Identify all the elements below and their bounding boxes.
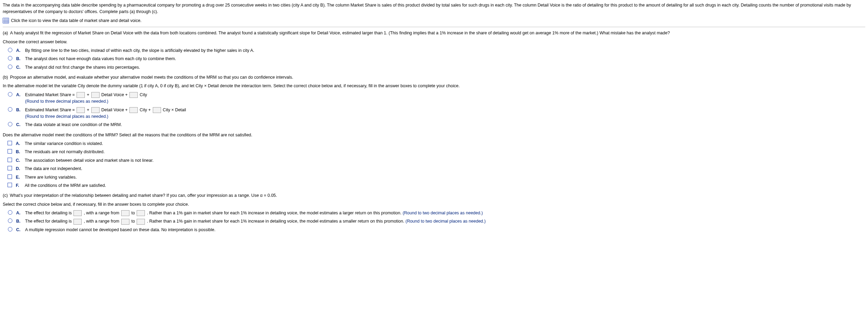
problem-intro: The data in the accompanying data table …	[3, 2, 865, 15]
part-a-question: A hasty analyst fit the regression of Ma…	[10, 30, 670, 36]
check-mrm-D[interactable]	[8, 166, 12, 170]
round-note: (Round to three decimal places as needed…	[25, 114, 108, 119]
answer-box[interactable]	[77, 92, 85, 98]
answer-box[interactable]	[73, 219, 82, 225]
eq-text: +	[87, 108, 91, 112]
choice-letter: C.	[16, 122, 22, 128]
choice-letter: F.	[16, 182, 22, 189]
icon-caption: Click the icon to view the data table of…	[11, 18, 141, 24]
choice-letter: A.	[16, 47, 22, 54]
answer-box[interactable]	[137, 219, 145, 225]
radio-b-A[interactable]	[8, 92, 12, 97]
radio-c-C[interactable]	[8, 227, 12, 232]
radio-a-A[interactable]	[8, 48, 12, 52]
check-mrm-E[interactable]	[8, 174, 12, 179]
eq-prefix: Estimated Market Share =	[25, 108, 75, 112]
choice-text: A multiple regression model cannot be de…	[25, 227, 865, 233]
choice-letter: B.	[16, 149, 22, 155]
choice-text: The association between detail voice and…	[25, 157, 865, 164]
choice-letter: B.	[16, 107, 22, 113]
check-mrm-F[interactable]	[8, 183, 12, 187]
check-mrm-C[interactable]	[8, 158, 12, 162]
radio-c-A[interactable]	[8, 210, 12, 215]
part-a-label: (a)	[3, 30, 8, 36]
radio-b-B[interactable]	[8, 107, 12, 112]
choice-letter: D.	[16, 166, 22, 172]
round-note: (Round to two decimal places as needed.)	[403, 211, 483, 215]
eq-text: to	[131, 211, 136, 215]
round-note: (Round to three decimal places as needed…	[25, 99, 108, 104]
divider	[3, 27, 865, 27]
eq-text: The effect for detailing is	[25, 211, 73, 215]
part-b-question: Propose an alternative model, and evalua…	[10, 74, 293, 81]
choice-letter: C.	[16, 64, 22, 71]
part-a-prompt: Choose the correct answer below.	[3, 39, 865, 45]
eq-text: +	[87, 92, 91, 97]
part-b-label: (b)	[3, 74, 8, 81]
part-c-prompt: Select the correct choice below and, if …	[3, 201, 865, 208]
eq-text: City × Detail	[163, 108, 186, 112]
eq-text: . Rather than a 1% gain in market share …	[147, 219, 406, 224]
choice-text: By fitting one line to the two cities, i…	[25, 47, 865, 54]
answer-box[interactable]	[137, 210, 145, 216]
answer-box[interactable]	[91, 107, 100, 113]
part-a-choices: A. By fitting one line to the two cities…	[3, 47, 865, 71]
eq-text: Detail Voice +	[101, 108, 129, 112]
check-mrm-A[interactable]	[8, 141, 12, 145]
intro-text: The data in the accompanying data table …	[3, 3, 851, 14]
eq-text: , with a range from	[84, 211, 121, 215]
eq-text: to	[131, 219, 136, 224]
answer-box[interactable]	[129, 107, 138, 113]
eq-text: City	[140, 92, 147, 97]
choice-letter: B.	[16, 56, 22, 62]
eq-text: , with a range from	[84, 219, 121, 224]
choice-letter: A.	[16, 92, 22, 98]
choice-text: There are lurking variables.	[25, 174, 865, 181]
choice-letter: A.	[16, 210, 22, 216]
radio-b-C[interactable]	[8, 122, 12, 126]
eq-text: Detail Voice +	[101, 92, 129, 97]
eq-text: City +	[140, 108, 152, 112]
eq-prefix: Estimated Market Share =	[25, 92, 75, 97]
answer-box[interactable]	[129, 92, 138, 98]
answer-box[interactable]	[73, 210, 82, 216]
choice-letter: B.	[16, 218, 22, 225]
part-c-question: What's your interpretation of the relati…	[10, 192, 277, 199]
choice-text: The residuals are not normally distribut…	[25, 149, 865, 155]
part-c-choices: A. The effect for detailing is , with a …	[3, 210, 865, 233]
round-note: (Round to two decimal places as needed.)	[406, 219, 486, 224]
part-b-prompt: In the alternative model let the variabl…	[3, 83, 865, 89]
answer-box[interactable]	[77, 107, 85, 113]
choice-text: The data are not independent.	[25, 166, 865, 172]
radio-c-B[interactable]	[8, 218, 12, 223]
choice-text: The analyst does not have enough data va…	[25, 56, 865, 62]
eq-text: The effect for detailing is	[25, 219, 73, 224]
choice-text: The similar variance condition is violat…	[25, 140, 865, 147]
radio-a-C[interactable]	[8, 65, 12, 69]
choice-text: All the conditions of the MRM are satisf…	[25, 182, 865, 189]
part-c-label: (c)	[3, 192, 8, 199]
choice-text: The analyst did not first change the sha…	[25, 64, 865, 71]
mrm-prompt: Does the alternative model meet the cond…	[3, 132, 865, 138]
answer-box[interactable]	[91, 92, 100, 98]
choice-letter: C.	[16, 157, 22, 164]
question-page: The data in the accompanying data table …	[0, 0, 868, 244]
data-table-icon[interactable]	[3, 18, 9, 23]
check-mrm-B[interactable]	[8, 149, 12, 154]
answer-box[interactable]	[121, 219, 129, 225]
answer-box[interactable]	[153, 107, 161, 113]
choice-letter: E.	[16, 174, 22, 181]
answer-box[interactable]	[121, 210, 129, 216]
eq-text: . Rather than a 1% gain in market share …	[147, 211, 403, 215]
radio-a-B[interactable]	[8, 56, 12, 60]
choice-letter: A.	[16, 140, 22, 147]
choice-text: The data violate at least one condition …	[25, 122, 865, 128]
mrm-choices: A. The similar variance condition is vio…	[3, 140, 865, 189]
part-b-choices: A. Estimated Market Share = + Detail Voi…	[3, 92, 865, 128]
choice-letter: C.	[16, 227, 22, 233]
